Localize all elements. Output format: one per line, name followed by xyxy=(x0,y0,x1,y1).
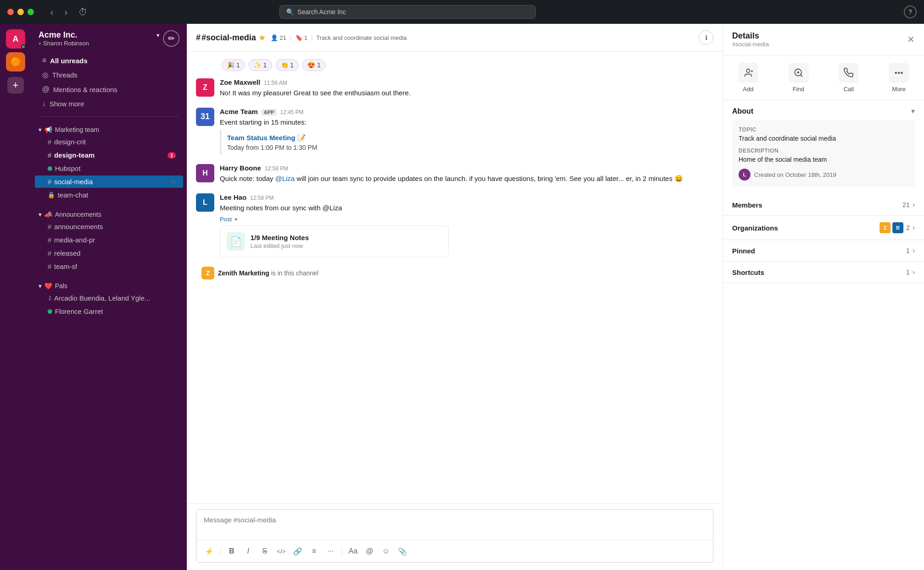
mention-button[interactable]: @ xyxy=(362,544,377,559)
channel-design-team[interactable]: # design-team 1 xyxy=(35,149,183,161)
search-bar[interactable]: 🔍 Search Acme Inc xyxy=(279,5,536,19)
dm-arcadio[interactable]: 2 Arcadio Buendia, Leland Ygle... xyxy=(35,292,183,304)
reaction-sparkles[interactable]: ✨ 1 xyxy=(249,59,272,71)
close-button[interactable] xyxy=(7,9,14,15)
reaction-heart-eyes[interactable]: 😍 1 xyxy=(302,59,326,71)
app-badge: APP xyxy=(261,109,277,115)
organizations-row[interactable]: Organizations Z B 2 › xyxy=(723,216,924,240)
channel-design-crit[interactable]: # design-crit xyxy=(35,136,183,148)
shortcuts-row[interactable]: Shortcuts 1 › xyxy=(723,262,924,283)
compose-button[interactable]: ✏ xyxy=(163,30,179,47)
presence-dot xyxy=(48,309,52,314)
event-link[interactable]: Team Status Meeting 📝 xyxy=(227,134,708,142)
sidebar-divider xyxy=(38,116,179,117)
user-name: Sharon Robinson xyxy=(43,40,89,47)
forward-button[interactable]: › xyxy=(61,5,71,19)
message-input[interactable] xyxy=(196,510,713,538)
post-card[interactable]: 📄 1/9 Meeting Notes Last edited just now xyxy=(220,225,449,258)
nav-item-threads[interactable]: ◎ Threads xyxy=(35,68,183,82)
reaction-party[interactable]: 🎉 1 xyxy=(222,59,245,71)
nav-buttons: ‹ › ⏱ xyxy=(47,5,91,19)
info-button[interactable]: ℹ xyxy=(699,30,713,45)
msg-time-acme: 12:45 PM xyxy=(280,109,304,115)
pinned-row[interactable]: Pinned 1 › xyxy=(723,240,924,262)
code-button[interactable]: </> xyxy=(274,544,288,559)
msg-text-zoe: No! It was my pleasure! Great to see the… xyxy=(220,88,713,99)
workspace-icon-secondary[interactable]: 🟠 xyxy=(6,52,25,71)
dm-name: Florence Garret xyxy=(55,307,103,315)
org-icons: Z B xyxy=(880,222,903,233)
dm-name: Arcadio Buendia, Leland Ygle... xyxy=(54,294,150,302)
channel-name: design-crit xyxy=(54,138,86,146)
help-button[interactable]: ? xyxy=(904,5,917,18)
post-label[interactable]: Post ▾ xyxy=(220,216,713,223)
section-pals[interactable]: ▾ ❤️ Pals xyxy=(31,279,187,291)
bold-button[interactable]: B xyxy=(224,544,239,559)
font-button[interactable]: Aa xyxy=(346,544,360,559)
nav-item-mentions[interactable]: @ Mentions & reactions xyxy=(35,82,183,96)
section-marketing[interactable]: ▾ 📢 Marketing team xyxy=(31,122,187,135)
channel-media-and-pr[interactable]: # media-and-pr xyxy=(35,234,183,246)
hash-icon: # xyxy=(48,138,51,146)
workspace-name[interactable]: Acme Inc. xyxy=(38,30,155,40)
search-icon: 🔍 xyxy=(286,8,294,16)
back-button[interactable]: ‹ xyxy=(47,5,57,19)
channel-team-chat[interactable]: 🔒 team-chat xyxy=(35,189,183,201)
post-icon: 📄 xyxy=(227,232,245,251)
italic-button[interactable]: I xyxy=(241,544,255,559)
nav-item-show-more[interactable]: ↓ Show more xyxy=(35,97,183,110)
maximize-button[interactable] xyxy=(27,9,34,15)
channel-social-media[interactable]: # social-media ⇆ xyxy=(35,175,183,188)
toolbar-separator xyxy=(220,547,221,556)
msg-content-harry: Harry Boone 12:58 PM Quick note: today @… xyxy=(220,164,713,184)
msg-author-zoe: Zoe Maxwell xyxy=(220,78,260,86)
dm-florence[interactable]: Florence Garret xyxy=(35,305,183,318)
meta-separator2: | xyxy=(311,34,312,41)
bookmark-icon: ⇆ xyxy=(170,178,176,186)
panel-action-more[interactable]: More xyxy=(874,63,924,93)
hash-icon: # xyxy=(48,263,51,270)
mentions-icon: @ xyxy=(42,85,49,93)
panel-action-add[interactable]: Add xyxy=(723,63,773,93)
lightning-button[interactable]: ⚡ xyxy=(202,544,217,559)
threads-icon: ◎ xyxy=(42,71,49,79)
panel-action-call[interactable]: Call xyxy=(824,63,874,93)
mention-liza[interactable]: @Liza xyxy=(275,175,295,182)
strikethrough-button[interactable]: S xyxy=(257,544,272,559)
channel-released[interactable]: # released xyxy=(35,247,183,259)
channel-announcements[interactable]: # announcements xyxy=(35,220,183,233)
section-announcements[interactable]: ▾ 📣 Announcements xyxy=(31,207,187,220)
history-button[interactable]: ⏱ xyxy=(75,5,91,19)
shortcuts-count: 1 xyxy=(906,269,910,276)
message-toolbar: ⚡ B I S </> 🔗 ≡ ··· Aa @ ☺ 📎 xyxy=(196,540,713,562)
list-button[interactable]: ≡ xyxy=(307,544,321,559)
attachment-button[interactable]: 📎 xyxy=(395,544,410,559)
panel-content: About ▾ Topic Track and coordinate socia… xyxy=(723,100,924,570)
msg-header-lee: Lee Hao 12:58 PM xyxy=(220,193,713,201)
section-label: Pals xyxy=(55,282,67,290)
channel-name-title: #social-media xyxy=(201,33,256,43)
channel-team-sf[interactable]: # team-sf xyxy=(35,260,183,273)
topic-label: Topic xyxy=(739,126,908,133)
panel-close-button[interactable]: ✕ xyxy=(907,34,915,45)
org-z-icon: Z xyxy=(880,222,891,233)
channel-hubspot[interactable]: Hubspot xyxy=(35,162,183,175)
add-action-label: Add xyxy=(743,86,753,93)
emoji-button[interactable]: ☺ xyxy=(379,544,393,559)
message-lee: L Lee Hao 12:58 PM Meeting notes from ou… xyxy=(196,193,713,258)
shortcuts-title: Shortcuts xyxy=(732,269,906,276)
members-title: Members xyxy=(732,201,902,209)
nav-item-all-unreads[interactable]: ≡ All unreads xyxy=(35,54,183,67)
reaction-clap[interactable]: 👏 1 xyxy=(276,59,299,71)
pinned-count: 1 xyxy=(906,247,910,254)
panel-action-find[interactable]: Find xyxy=(773,63,824,93)
add-workspace-button[interactable]: + xyxy=(7,77,24,93)
about-section-header[interactable]: About ▾ xyxy=(723,100,924,120)
unread-badge: 1 xyxy=(168,152,176,159)
pinned-title: Pinned xyxy=(732,247,906,255)
minimize-button[interactable] xyxy=(17,9,24,15)
members-row[interactable]: Members 21 › xyxy=(723,194,924,216)
more-formatting-button[interactable]: ··· xyxy=(323,544,338,559)
link-button[interactable]: 🔗 xyxy=(290,544,305,559)
star-icon[interactable]: ★ xyxy=(259,33,265,42)
